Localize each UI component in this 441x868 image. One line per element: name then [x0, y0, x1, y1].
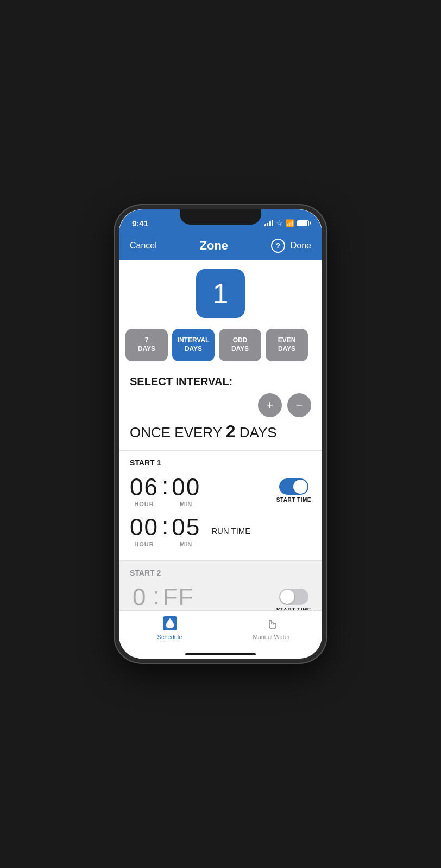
- start2-colon: :: [149, 583, 162, 610]
- interval-value-display: ONCE EVERY 2 DAYS: [130, 422, 311, 442]
- start1-run-hour-label: HOUR: [134, 541, 154, 547]
- battery-icon: [297, 220, 309, 226]
- signal-bars-icon: [264, 220, 274, 226]
- start2-toggle-knob: [280, 590, 294, 604]
- main-content: 1 7DAYS INTERVALDAYS ODDDAYS EVENDAYS: [119, 260, 322, 610]
- notch: [180, 209, 261, 225]
- days-suffix: DAYS: [240, 424, 277, 441]
- nav-bar: Cancel Zone ? Done: [119, 233, 322, 260]
- interval-section: SELECT INTERVAL: + − ONCE EVERY 2 DAYS: [119, 367, 322, 451]
- start1-hour-label: HOUR: [134, 501, 154, 507]
- schedule-icon: [162, 615, 178, 631]
- schedule-tab-label: Schedule: [158, 634, 182, 640]
- start2-section: START 2 0 HOUR : FF MIN: [119, 561, 322, 610]
- day-btn-7days[interactable]: 7DAYS: [125, 329, 168, 361]
- start2-time-row: 0 HOUR : FF MIN START TIME: [130, 583, 311, 610]
- interval-decrease-button[interactable]: −: [287, 393, 311, 417]
- start2-toggle-section: START TIME: [276, 589, 311, 611]
- start1-toggle[interactable]: [279, 478, 308, 495]
- start1-colon: :: [159, 473, 172, 500]
- start1-time-row: 06 HOUR : 00 MIN START TIME: [130, 473, 311, 508]
- interval-controls: + −: [130, 393, 311, 417]
- start2-toggle[interactable]: [279, 589, 308, 605]
- wifi-icon: ☆: [276, 219, 283, 227]
- start1-min-display: 00 MIN: [172, 474, 200, 507]
- start1-hour-display: 06 HOUR: [130, 474, 159, 507]
- page-title: Zone: [200, 239, 229, 253]
- start1-run-min-label: MIN: [180, 541, 192, 547]
- start2-hour-display: 0 HOUR: [130, 584, 149, 610]
- manual-water-tab-label: Manual Water: [253, 634, 289, 640]
- start1-run-colon: :: [159, 513, 172, 540]
- done-button[interactable]: Done: [291, 241, 311, 251]
- day-btn-interval[interactable]: INTERVALDAYS: [172, 329, 215, 361]
- tab-bar: Schedule Manual Water: [119, 610, 322, 651]
- interval-label: SELECT INTERVAL:: [130, 375, 311, 388]
- day-btn-odd[interactable]: ODDDAYS: [219, 329, 261, 361]
- interval-number: 2: [226, 422, 236, 441]
- tab-manual-water[interactable]: Manual Water: [220, 615, 322, 640]
- start2-min-digits[interactable]: FF: [163, 584, 194, 610]
- start1-section: START 1 06 HOUR : 00 MIN: [119, 451, 322, 561]
- start2-label: START 2: [130, 569, 311, 577]
- zone-number: 1: [213, 277, 229, 310]
- wifi-icon: 📶: [286, 219, 294, 227]
- start1-run-min-digits[interactable]: 05: [172, 514, 200, 541]
- start1-run-hour-display: 00 HOUR: [130, 514, 159, 547]
- once-every-text: ONCE EVERY: [130, 424, 222, 441]
- start1-run-time-label: RUN TIME: [211, 526, 250, 535]
- start2-min-display: FF MIN: [163, 584, 194, 610]
- start1-hour-digits[interactable]: 06: [130, 474, 159, 501]
- start1-run-time-row: 00 HOUR : 05 MIN RUN TIME: [130, 513, 311, 548]
- start1-min-digits[interactable]: 00: [172, 474, 200, 501]
- start1-toggle-section: START TIME: [276, 478, 311, 503]
- day-btn-even[interactable]: EVENDAYS: [266, 329, 308, 361]
- start1-run-hour-digits[interactable]: 00: [130, 514, 159, 541]
- home-indicator: [119, 651, 322, 659]
- day-selector: 7DAYS INTERVALDAYS ODDDAYS EVENDAYS: [119, 323, 322, 367]
- status-time: 9:41: [132, 219, 148, 228]
- status-icons: ☆ 📶: [264, 219, 310, 227]
- manual-water-icon: [263, 615, 280, 631]
- zone-number-section: 1: [119, 260, 322, 323]
- cancel-button[interactable]: Cancel: [130, 241, 157, 251]
- interval-increase-button[interactable]: +: [258, 393, 282, 417]
- home-bar: [185, 653, 256, 655]
- start1-toggle-knob: [293, 480, 307, 494]
- tab-schedule[interactable]: Schedule: [119, 615, 220, 640]
- start1-label: START 1: [130, 458, 311, 467]
- start1-toggle-label: START TIME: [276, 497, 311, 503]
- help-button[interactable]: ?: [271, 239, 285, 253]
- start1-run-min-display: 05 MIN: [172, 514, 200, 547]
- start2-hour-digits[interactable]: 0: [133, 584, 147, 610]
- zone-number-box[interactable]: 1: [196, 269, 245, 318]
- start1-min-label: MIN: [180, 501, 192, 507]
